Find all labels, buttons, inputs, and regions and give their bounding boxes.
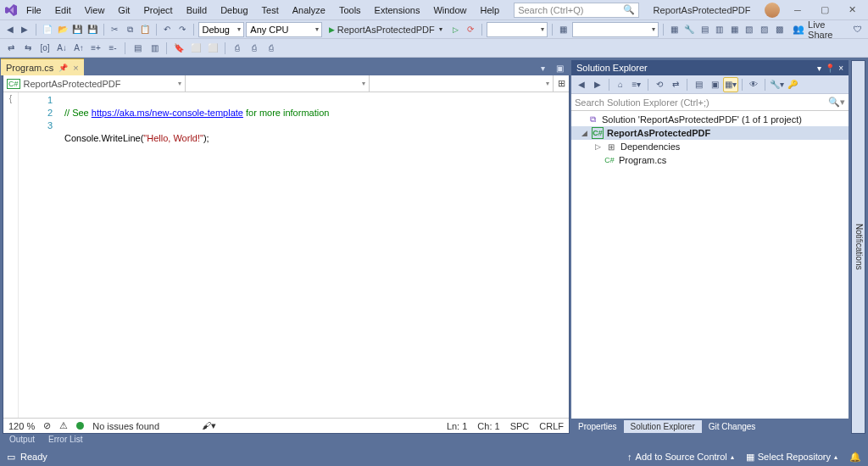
te-icon-8[interactable]: ▤ bbox=[130, 41, 145, 56]
dependencies-node[interactable]: ▷ ⊞ Dependencies bbox=[571, 140, 849, 153]
expander-icon[interactable]: ◢ bbox=[580, 129, 588, 137]
te-icon-4[interactable]: A↓ bbox=[54, 41, 70, 56]
brush-icon[interactable]: 🖌▾ bbox=[202, 420, 216, 431]
tab-output[interactable]: Output bbox=[3, 434, 42, 447]
notifications-bell-icon[interactable]: 🔔 bbox=[849, 452, 861, 463]
se-wrench-icon[interactable]: 🔧▾ bbox=[769, 77, 784, 92]
tab-error-list[interactable]: Error List bbox=[42, 434, 90, 447]
file-node[interactable]: C# Program.cs bbox=[571, 153, 849, 167]
nav-back-icon[interactable]: ◀ bbox=[3, 22, 17, 37]
menu-file[interactable]: File bbox=[20, 3, 47, 18]
te-icon-15[interactable]: ⎙ bbox=[264, 41, 279, 56]
error-indicator-icon[interactable]: ⊘ bbox=[43, 420, 51, 431]
pane-pin-icon[interactable]: 📍 bbox=[825, 64, 835, 73]
user-avatar[interactable] bbox=[765, 3, 780, 18]
undo-icon[interactable]: ↶ bbox=[160, 22, 174, 37]
ext-icon-7[interactable]: ▨ bbox=[758, 22, 771, 37]
te-icon-9[interactable]: ▥ bbox=[147, 41, 162, 56]
te-icon-12[interactable]: ⬜ bbox=[205, 41, 220, 56]
redo-icon[interactable]: ↷ bbox=[175, 22, 189, 37]
pane-close-icon[interactable]: × bbox=[838, 64, 843, 73]
save-icon[interactable]: 💾 bbox=[70, 22, 84, 37]
maximize-button[interactable]: ▢ bbox=[815, 3, 834, 18]
menu-build[interactable]: Build bbox=[181, 3, 213, 18]
solution-node[interactable]: ⧉ Solution 'ReportAsProtectedPDF' (1 of … bbox=[571, 113, 849, 126]
menu-tools[interactable]: Tools bbox=[333, 3, 367, 18]
tab-close-icon[interactable]: × bbox=[73, 63, 78, 73]
empty-dropdown-1[interactable] bbox=[487, 22, 548, 37]
te-icon-14[interactable]: ⎙ bbox=[247, 41, 262, 56]
open-icon[interactable]: 📂 bbox=[56, 22, 70, 37]
menu-test[interactable]: Test bbox=[256, 3, 285, 18]
quick-search-input[interactable]: Search (Ctrl+Q) 🔍 bbox=[514, 3, 639, 18]
pin-icon[interactable]: 📌 bbox=[58, 64, 68, 72]
se-sync-icon[interactable]: ⟲ bbox=[652, 77, 667, 92]
menu-help[interactable]: Help bbox=[475, 3, 506, 18]
ext-icon-2[interactable]: 🔧 bbox=[683, 22, 697, 37]
menu-window[interactable]: Window bbox=[427, 3, 472, 18]
nav-split-icon[interactable]: ⊞ bbox=[554, 75, 569, 92]
project-node[interactable]: ◢ C# ReportAsProtectedPDF bbox=[571, 126, 849, 140]
ext-icon-6[interactable]: ▧ bbox=[743, 22, 756, 37]
menu-extensions[interactable]: Extensions bbox=[369, 3, 426, 18]
menu-view[interactable]: View bbox=[79, 3, 111, 18]
te-icon-13[interactable]: ⎙ bbox=[230, 41, 245, 56]
se-back-icon[interactable]: ◀ bbox=[574, 77, 589, 92]
live-share-button[interactable]: 👥 Live Share bbox=[787, 19, 849, 40]
expander-icon[interactable]: ▷ bbox=[593, 142, 602, 151]
menu-analyze[interactable]: Analyze bbox=[287, 3, 331, 18]
se-preview-icon[interactable]: 👁 bbox=[746, 77, 761, 92]
zoom-level[interactable]: 120 % bbox=[8, 421, 35, 431]
tab-properties[interactable]: Properties bbox=[571, 420, 624, 433]
warning-indicator-icon[interactable]: ⚠ bbox=[59, 420, 68, 431]
save-all-icon[interactable]: 💾 bbox=[86, 22, 99, 37]
add-source-control-button[interactable]: ↑ Add to Source Control ▴ bbox=[627, 452, 734, 462]
hot-reload-icon[interactable]: ⟳ bbox=[464, 22, 477, 37]
solution-explorer-header[interactable]: Solution Explorer ▾ 📍 × bbox=[571, 60, 849, 75]
se-forward-icon[interactable]: ▶ bbox=[590, 77, 605, 92]
menu-git[interactable]: Git bbox=[112, 3, 136, 18]
editor-tab-program[interactable]: Program.cs 📌 × bbox=[1, 58, 84, 75]
te-icon-10[interactable]: 🔖 bbox=[171, 41, 186, 56]
start-without-debug-icon[interactable]: ▷ bbox=[449, 22, 463, 37]
se-home-icon[interactable]: ⌂ bbox=[613, 77, 628, 92]
menu-project[interactable]: Project bbox=[137, 3, 178, 18]
se-key-icon[interactable]: 🔑 bbox=[785, 77, 800, 92]
se-switch-icon[interactable]: ≡▾ bbox=[629, 77, 644, 92]
te-icon-1[interactable]: ⇄ bbox=[3, 41, 19, 56]
start-debug-button[interactable]: ▶ ReportAsProtectedPDF ▾ bbox=[324, 22, 448, 37]
line-ending[interactable]: CRLF bbox=[539, 421, 564, 431]
te-icon-3[interactable]: [o] bbox=[37, 41, 53, 56]
ext-icon-8[interactable]: ▩ bbox=[772, 22, 786, 37]
nav-forward-icon[interactable]: ▶ bbox=[19, 22, 32, 37]
ext-icon-4[interactable]: ▥ bbox=[713, 22, 726, 37]
notifications-tab[interactable]: Notifications bbox=[851, 60, 865, 434]
code-editor[interactable]: { 1 2 3 // See https://aka.ms/new-consol… bbox=[3, 92, 569, 418]
menu-debug[interactable]: Debug bbox=[214, 3, 253, 18]
nav-project-dropdown[interactable]: C# ReportAsProtectedPDF bbox=[3, 75, 186, 92]
se-collapse-icon[interactable]: ▣ bbox=[707, 77, 722, 92]
config-dropdown[interactable]: Debug bbox=[198, 22, 245, 37]
te-icon-5[interactable]: A↑ bbox=[71, 41, 86, 56]
se-properties-icon[interactable]: ▦▾ bbox=[723, 77, 738, 92]
te-icon-6[interactable]: ≡+ bbox=[88, 41, 103, 56]
paste-icon[interactable]: 📋 bbox=[138, 22, 152, 37]
tab-overflow-icon[interactable]: ▾ bbox=[535, 60, 550, 75]
copy-icon[interactable]: ⧉ bbox=[123, 22, 136, 37]
pane-menu-icon[interactable]: ▾ bbox=[817, 64, 821, 73]
empty-dropdown-2[interactable] bbox=[572, 22, 659, 37]
te-icon-2[interactable]: ⇆ bbox=[20, 41, 36, 56]
se-filter-icon[interactable]: ⇄ bbox=[668, 77, 683, 92]
se-showall-icon[interactable]: ▤ bbox=[691, 77, 706, 92]
menu-edit[interactable]: Edit bbox=[49, 3, 77, 18]
platform-dropdown[interactable]: Any CPU bbox=[246, 22, 322, 37]
select-repository-button[interactable]: ▦ Select Repository ▴ bbox=[746, 452, 837, 463]
tab-git-changes[interactable]: Git Changes bbox=[702, 420, 763, 433]
nav-type-dropdown[interactable] bbox=[186, 75, 370, 92]
ext-icon-3[interactable]: ▤ bbox=[698, 22, 711, 37]
tab-fullscreen-icon[interactable]: ▣ bbox=[552, 60, 567, 75]
cut-icon[interactable]: ✂ bbox=[108, 22, 122, 37]
close-button[interactable]: ✕ bbox=[843, 3, 861, 18]
tab-solution-explorer[interactable]: Solution Explorer bbox=[624, 420, 702, 433]
toolbox-icon[interactable]: ▦ bbox=[557, 22, 570, 37]
